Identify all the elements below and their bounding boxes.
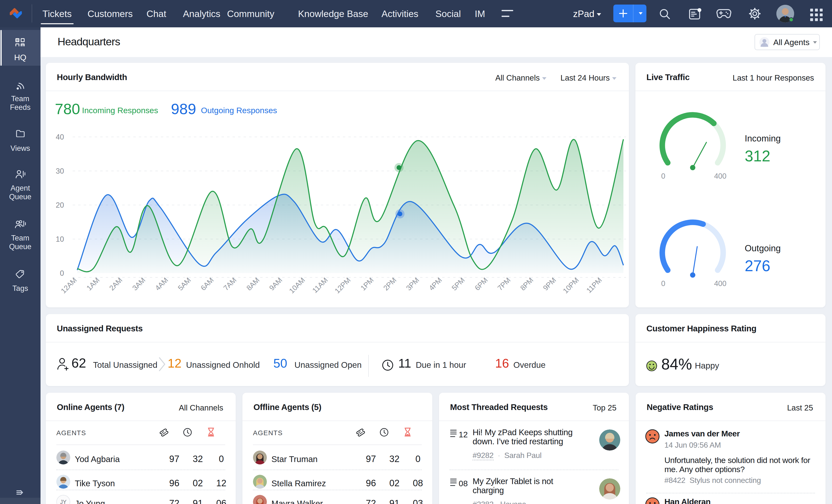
svg-text:3PM: 3PM bbox=[405, 276, 420, 292]
svg-text:1AM: 1AM bbox=[85, 276, 101, 292]
svg-text:8PM: 8PM bbox=[519, 276, 535, 292]
svg-text:11PM: 11PM bbox=[585, 276, 603, 294]
svg-text:4PM: 4PM bbox=[427, 276, 443, 292]
svg-text:0: 0 bbox=[661, 172, 665, 180]
svg-text:6PM: 6PM bbox=[473, 276, 489, 292]
svg-text:3AM: 3AM bbox=[131, 276, 147, 292]
svg-text:8AM: 8AM bbox=[245, 276, 261, 292]
svg-text:5AM: 5AM bbox=[176, 276, 192, 292]
svg-text:9PM: 9PM bbox=[541, 276, 557, 292]
svg-text:11AM: 11AM bbox=[311, 276, 329, 294]
svg-text:20: 20 bbox=[56, 201, 64, 209]
svg-text:1PM: 1PM bbox=[359, 276, 375, 292]
svg-text:5PM: 5PM bbox=[450, 276, 466, 292]
svg-text:10AM: 10AM bbox=[287, 276, 306, 295]
svg-text:10PM: 10PM bbox=[561, 276, 580, 295]
svg-text:10: 10 bbox=[56, 235, 64, 243]
svg-text:7PM: 7PM bbox=[496, 276, 512, 292]
svg-text:2AM: 2AM bbox=[108, 276, 124, 292]
svg-text:400: 400 bbox=[714, 279, 727, 288]
svg-text:12AM: 12AM bbox=[59, 276, 78, 295]
svg-text:6AM: 6AM bbox=[199, 276, 215, 292]
svg-text:40: 40 bbox=[56, 133, 64, 141]
svg-text:400: 400 bbox=[714, 172, 727, 180]
svg-text:12PM: 12PM bbox=[333, 276, 352, 295]
svg-text:2PM: 2PM bbox=[382, 276, 398, 292]
svg-text:4AM: 4AM bbox=[153, 276, 170, 292]
svg-text:30: 30 bbox=[56, 167, 64, 175]
svg-text:0: 0 bbox=[60, 269, 64, 277]
svg-text:9AM: 9AM bbox=[267, 276, 284, 292]
svg-text:7AM: 7AM bbox=[222, 276, 238, 292]
svg-text:0: 0 bbox=[661, 279, 665, 288]
